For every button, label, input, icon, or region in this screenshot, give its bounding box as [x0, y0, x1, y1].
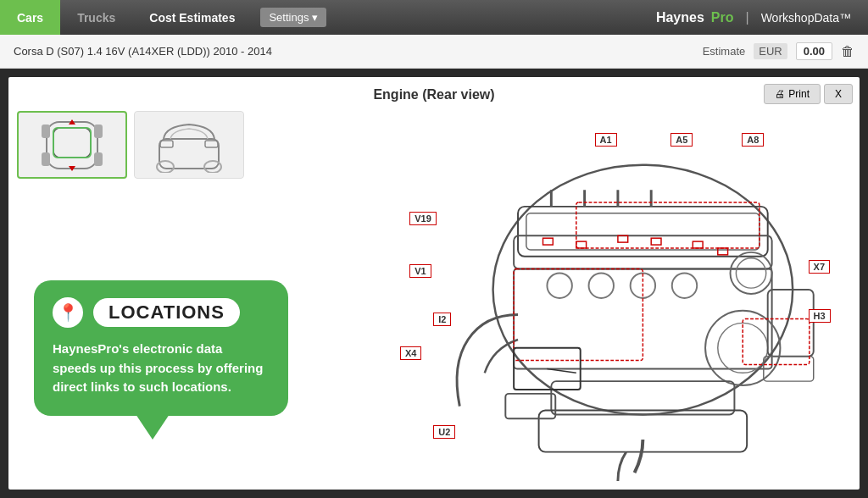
- tab-cost-estimates[interactable]: Cost Estimates: [132, 0, 252, 35]
- label-V1[interactable]: V1: [409, 264, 431, 278]
- brand-workshop: WorkshopData™: [761, 11, 851, 25]
- brand-divider: |: [746, 10, 749, 25]
- label-A1[interactable]: A1: [595, 133, 617, 147]
- label-U2[interactable]: U2: [433, 425, 455, 439]
- engine-diagram: A1 A5 A8 V19 V1 X7 H3 I2 X4 U2: [376, 107, 851, 481]
- estimate-label: Estimate: [703, 45, 746, 58]
- diagram-panel: 🖨 Print X Engine (Rear view): [8, 77, 860, 490]
- labels-overlay: A1 A5 A8 V19 V1 X7 H3 I2 X4 U2: [376, 107, 851, 481]
- print-icon: 🖨: [775, 88, 785, 100]
- settings-label: Settings: [269, 11, 309, 24]
- label-X7[interactable]: X7: [809, 260, 830, 274]
- svg-rect-10: [160, 141, 173, 147]
- locations-header: 📍 LOCATIONS: [53, 297, 270, 328]
- locations-body: HaynesPro's electronic data speeds up th…: [53, 340, 270, 397]
- locations-tooltip: 📍 LOCATIONS HaynesPro's electronic data …: [34, 280, 288, 416]
- label-V19[interactable]: V19: [409, 212, 437, 225]
- print-button[interactable]: 🖨 Print: [764, 84, 821, 104]
- settings-button[interactable]: Settings ▾: [260, 8, 326, 27]
- svg-rect-6: [53, 128, 91, 158]
- car-thumbnails: [17, 111, 244, 179]
- close-button[interactable]: X: [824, 84, 853, 104]
- brand-haynes: Haynes: [656, 10, 704, 25]
- svg-point-8: [157, 161, 174, 173]
- svg-rect-1: [53, 128, 91, 158]
- label-I2[interactable]: I2: [433, 313, 451, 326]
- car-thumb-top[interactable]: [17, 111, 127, 179]
- car-top-view-svg: [30, 118, 114, 173]
- svg-rect-2: [42, 125, 50, 138]
- trash-icon[interactable]: 🗑: [841, 44, 854, 59]
- main-area: 🖨 Print X Engine (Rear view): [0, 69, 868, 498]
- chevron-down-icon: ▾: [312, 11, 318, 24]
- navbar: Cars Trucks Cost Estimates Settings ▾ Ha…: [0, 0, 868, 35]
- breadcrumb-text: Corsa D (S07) 1.4 16V (A14XER (LDD)) 201…: [14, 45, 703, 58]
- car-thumb-front[interactable]: [134, 111, 244, 179]
- car-front-view-svg: [147, 118, 231, 173]
- diagram-title: Engine (Rear view): [8, 77, 860, 102]
- estimate-currency: EUR: [754, 43, 787, 59]
- svg-rect-3: [94, 125, 103, 138]
- label-A5[interactable]: A5: [670, 133, 693, 147]
- svg-point-9: [204, 161, 221, 173]
- label-A8[interactable]: A8: [742, 133, 764, 147]
- brand-pro: Pro: [711, 10, 734, 25]
- tab-cars[interactable]: Cars: [0, 0, 60, 35]
- print-label: Print: [788, 88, 810, 100]
- panel-buttons: 🖨 Print X: [764, 84, 853, 104]
- svg-rect-7: [159, 139, 219, 169]
- label-H3[interactable]: H3: [809, 309, 831, 323]
- brand-logo: HaynesPro | WorkshopData™: [656, 0, 868, 35]
- estimate-value: 0.00: [796, 42, 832, 60]
- tab-trucks[interactable]: Trucks: [60, 0, 132, 35]
- locations-title-bg: LOCATIONS: [93, 298, 240, 327]
- estimate-section: Estimate EUR 0.00 🗑: [703, 42, 854, 60]
- pin-icon: 📍: [53, 297, 83, 328]
- label-X4[interactable]: X4: [400, 346, 421, 360]
- svg-rect-4: [42, 152, 50, 166]
- breadcrumb-bar: Corsa D (S07) 1.4 16V (A14XER (LDD)) 201…: [0, 35, 868, 69]
- locations-title: LOCATIONS: [108, 302, 225, 323]
- svg-rect-11: [205, 141, 218, 147]
- svg-rect-5: [94, 152, 103, 166]
